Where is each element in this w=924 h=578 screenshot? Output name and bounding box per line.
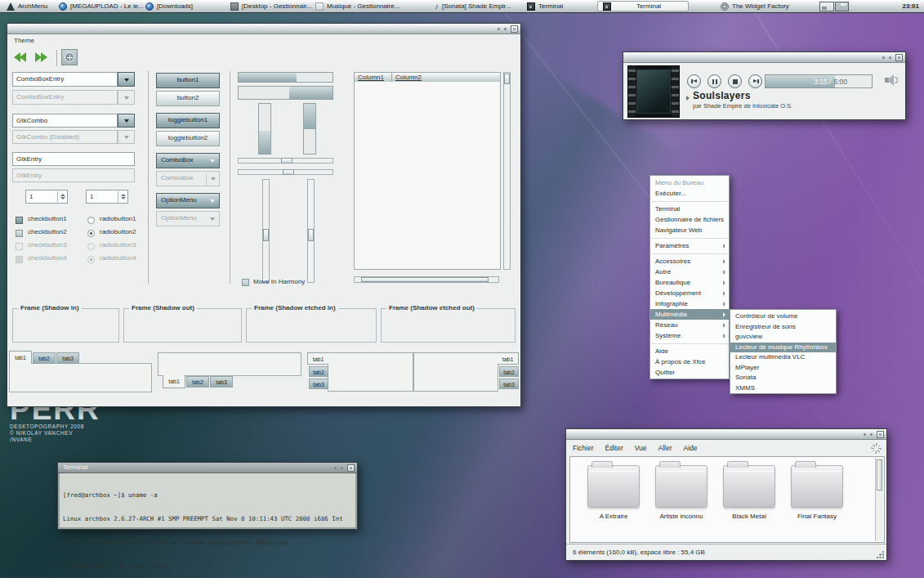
folder-item[interactable]: Artiste inconnu (647, 465, 716, 520)
spin-arrows-icon[interactable] (57, 191, 66, 202)
submenu-item-xmms[interactable]: XMMS (730, 383, 836, 394)
checkbutton1-box[interactable] (16, 217, 23, 224)
tab-left-3[interactable]: tab3 (309, 379, 328, 389)
menu-editer[interactable]: Éditer (605, 444, 623, 452)
tab-right-1[interactable]: tab1 (498, 352, 519, 365)
gtkentry-input[interactable]: GtkEntry (12, 152, 135, 166)
tab-top-1[interactable]: tab1 (9, 351, 32, 364)
tab-bottom-1[interactable]: tab1 (163, 375, 185, 388)
comboboxentry-drop-button[interactable] (118, 72, 135, 87)
workspace-1[interactable] (819, 2, 834, 11)
menu-aide[interactable]: Aide (684, 444, 698, 452)
menu-item-web-browser[interactable]: Navigateur Web (650, 225, 729, 235)
menu-item-infographie[interactable]: Infographie (650, 298, 729, 309)
add-button[interactable] (61, 49, 78, 65)
comboboxentry-input[interactable]: ComboBoxEntry (12, 72, 118, 87)
task-terminal-1[interactable]: Terminal (527, 0, 563, 12)
menu-item-accessoires[interactable]: Accessoires (650, 256, 729, 267)
submenu-item-rhythmbox[interactable]: Lecteur de musique Rhythmbox (730, 343, 836, 353)
close-button[interactable] (511, 25, 518, 33)
terminal-titlebar[interactable]: Terminal (58, 463, 357, 473)
submenu-item-vlc[interactable]: Lecteur multimédia VLC (730, 352, 836, 363)
submenu-item-mplayer[interactable]: MPlayer (730, 363, 836, 374)
menu-vue[interactable]: Vue (635, 444, 647, 452)
spinbutton-2[interactable]: 1 (86, 190, 128, 204)
minimize-button[interactable] (864, 433, 866, 436)
task-terminal-2-active[interactable]: Terminal (597, 1, 689, 11)
panel-archmenu-button[interactable]: ArchMenu (7, 0, 47, 12)
spin-arrows-icon[interactable] (118, 191, 127, 202)
tab-right-2[interactable]: tab2 (499, 366, 519, 377)
task-desktop-filemanager[interactable]: [Desktop - Gestionnair... (230, 0, 312, 12)
pause-button[interactable] (708, 74, 721, 88)
workspace-pager[interactable] (819, 2, 849, 11)
menu-item-autre[interactable]: Autre (650, 267, 729, 277)
menu-item-multimedia[interactable]: Multimédia (650, 309, 729, 320)
menu-item-file-manager[interactable]: Gestionnaire de fichiers (650, 214, 729, 225)
fileview-vscrollbar[interactable] (875, 458, 883, 541)
treeview-hscrollbar[interactable] (354, 276, 499, 283)
menu-item-reseau[interactable]: Réseau (650, 320, 729, 330)
checkbutton1-label[interactable]: checkbutton1 (28, 215, 67, 222)
submenu-item-sound-recorder[interactable]: Enregistreur de sons (730, 322, 836, 333)
task-downloads[interactable]: [Downloads] (145, 0, 193, 12)
tab-bottom-3[interactable]: tab3 (210, 376, 233, 388)
volume-icon[interactable] (885, 74, 898, 86)
tab-top-2[interactable]: tab2 (33, 352, 56, 364)
vscrollbar-1[interactable] (262, 179, 270, 283)
combobox[interactable]: ComboBox (156, 153, 220, 168)
togglebutton1[interactable]: togglebutton1 (156, 113, 220, 128)
task-widget-factory[interactable]: The Widget Factory (721, 0, 789, 12)
radiobutton2-label[interactable]: radiobutton2 (100, 228, 136, 235)
task-musique-filemanager[interactable]: Musique - Gestionnaire... (315, 0, 400, 12)
menu-theme[interactable]: Theme (14, 37, 34, 44)
resize-grip[interactable] (877, 550, 885, 558)
player-titlebar[interactable] (623, 52, 905, 63)
task-megaupload[interactable]: [MEGAUPLOAD - Le le... (59, 0, 144, 12)
menu-item-bureautique[interactable]: Bureautique (650, 277, 729, 288)
tab-top-3[interactable]: tab3 (56, 352, 79, 364)
hscale-2[interactable] (238, 169, 333, 175)
tab-right-3[interactable]: tab3 (499, 379, 519, 389)
submenu-item-guvcview[interactable]: guvcview (730, 332, 836, 343)
thunar-titlebar[interactable] (566, 429, 886, 440)
checkbutton2-label[interactable]: checkbutton2 (28, 228, 67, 235)
menu-item-quitter[interactable]: Quitter (650, 367, 729, 378)
menu-fichier[interactable]: Fichier (573, 444, 594, 452)
folder-item[interactable]: Black Metal (715, 465, 783, 520)
spinbutton-1[interactable]: 1 (25, 190, 68, 204)
treeview[interactable]: Column1 Column2 (354, 72, 501, 270)
close-button[interactable] (347, 464, 355, 472)
terminal-viewport[interactable]: [fred@archbox ~]$ uname -a Linux archbox… (58, 473, 357, 529)
expander-icon[interactable] (686, 96, 690, 101)
hscale-1[interactable] (238, 158, 333, 164)
radiobutton2-circle[interactable] (87, 230, 95, 237)
file-view[interactable]: A Extraire Artiste inconnu Black Metal F… (569, 456, 885, 543)
menu-item-aide[interactable]: Aide (650, 346, 729, 356)
menu-item-developpement[interactable]: Développement (650, 288, 729, 298)
vscrollbar-2[interactable] (307, 179, 315, 283)
togglebutton2[interactable]: togglebutton2 (156, 131, 220, 146)
task-sonata[interactable]: ♪ [Sonata] Shade Empir... (435, 0, 511, 12)
minimize-button[interactable] (882, 56, 885, 59)
column2-header[interactable]: Column2 (392, 73, 500, 82)
back-icon[interactable] (14, 52, 30, 62)
gtkcombo-input[interactable]: GtkCombo (12, 114, 118, 128)
seek-bar[interactable]: 3:15 / 5:00 (765, 74, 873, 88)
maximize-button[interactable] (504, 28, 507, 30)
album-art[interactable] (627, 65, 680, 118)
tab-left-2[interactable]: tab2 (309, 366, 328, 377)
maximize-button[interactable] (870, 433, 873, 436)
menu-item-a-propos[interactable]: À propos de Xfce (650, 356, 729, 367)
harmony-label[interactable]: Move In Harmony (253, 278, 305, 285)
column1-header[interactable]: Column1 (355, 73, 392, 82)
maximize-button[interactable] (341, 467, 343, 469)
minimize-button[interactable] (498, 28, 500, 30)
menu-item-systeme[interactable]: Système (650, 330, 729, 341)
previous-button[interactable] (687, 74, 701, 88)
optionmenu[interactable]: OptionMenu (156, 193, 220, 208)
button1[interactable]: button1 (156, 73, 220, 88)
close-button[interactable] (895, 54, 903, 61)
close-button[interactable] (877, 431, 884, 438)
harmony-checkbox[interactable] (242, 279, 249, 286)
